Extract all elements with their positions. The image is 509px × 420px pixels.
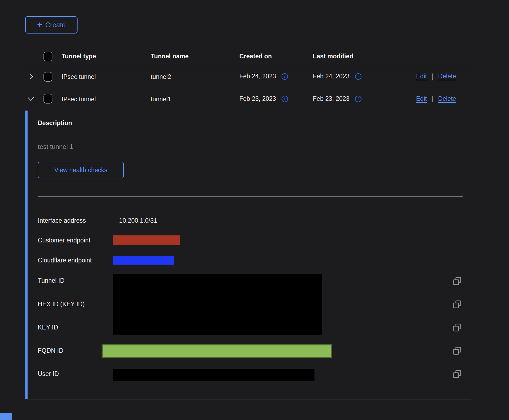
view-health-checks-button[interactable]: View health checks xyxy=(38,162,124,178)
cloudflare-endpoint-redaction xyxy=(113,256,174,265)
copy-fqdn-id-icon[interactable] xyxy=(453,346,461,355)
last-modified-cell: Feb 24, 2023 i xyxy=(313,73,361,80)
ipsec-tunnels-page: + Create Tunnel type Tunnel name Created… xyxy=(0,0,509,420)
description-label: Description xyxy=(38,119,72,127)
column-header-tunnel-name: Tunnel name xyxy=(151,53,189,60)
key-id-label: KEY ID xyxy=(38,324,58,331)
table-bottom-divider xyxy=(25,399,471,399)
table-row: IPsec tunnel tunnel2 Feb 24, 2023 i Feb … xyxy=(0,66,509,88)
edit-link[interactable]: Edit xyxy=(416,95,427,102)
delete-link[interactable]: Delete xyxy=(438,95,456,102)
interface-address-value: 10.200.1.0/31 xyxy=(119,217,157,224)
copy-key-id-icon[interactable] xyxy=(453,323,461,332)
user-id-redaction xyxy=(113,369,314,381)
created-on-cell: Feb 24, 2023 i xyxy=(239,73,288,80)
last-modified-cell: Feb 23, 2023 i xyxy=(313,95,361,102)
create-button[interactable]: + Create xyxy=(25,16,78,34)
edit-link[interactable]: Edit xyxy=(416,73,427,80)
tunnel-type-cell: IPsec tunnel xyxy=(62,73,96,81)
chevron-down-icon[interactable] xyxy=(27,96,35,102)
fqdn-id-redaction xyxy=(102,344,332,358)
user-id-label: User ID xyxy=(38,370,59,378)
hex-id-label: HEX ID (KEY ID) xyxy=(38,301,85,308)
info-icon[interactable]: i xyxy=(282,96,288,102)
interface-address-label: Interface address xyxy=(38,217,86,224)
last-modified-date: Feb 24, 2023 xyxy=(313,73,350,80)
bottom-left-accent-bar xyxy=(0,413,12,420)
info-icon[interactable]: i xyxy=(282,73,288,80)
chevron-right-icon[interactable] xyxy=(28,73,35,80)
copy-hex-id-icon[interactable] xyxy=(453,300,461,309)
customer-endpoint-redaction xyxy=(113,235,180,245)
created-on-cell: Feb 23, 2023 i xyxy=(239,95,288,102)
cloudflare-endpoint-label: Cloudflare endpoint xyxy=(38,257,92,264)
table-row: IPsec tunnel tunnel1 Feb 23, 2023 i Feb … xyxy=(0,88,509,111)
last-modified-date: Feb 23, 2023 xyxy=(313,95,350,102)
create-button-label: Create xyxy=(45,21,66,29)
copy-user-id-icon[interactable] xyxy=(453,370,461,378)
section-divider xyxy=(38,196,463,196)
action-separator: | xyxy=(432,95,433,102)
description-text: test tunnel 1 xyxy=(38,143,73,151)
action-separator: | xyxy=(432,73,433,80)
fqdn-id-label: FQDN ID xyxy=(38,347,63,354)
delete-link[interactable]: Delete xyxy=(438,73,456,80)
row-actions: Edit | Delete xyxy=(416,73,456,80)
column-header-tunnel-type: Tunnel type xyxy=(62,53,96,60)
created-on-date: Feb 24, 2023 xyxy=(239,73,276,80)
ids-redaction xyxy=(113,274,322,335)
plus-icon: + xyxy=(37,20,42,29)
created-on-date: Feb 23, 2023 xyxy=(239,95,276,102)
expanded-tunnel-detail-panel: Description test tunnel 1 View health ch… xyxy=(25,111,471,399)
row-checkbox[interactable] xyxy=(43,94,52,104)
customer-endpoint-label: Customer endpoint xyxy=(38,237,90,244)
column-header-created-on: Created on xyxy=(239,53,272,60)
tunnel-id-label: Tunnel ID xyxy=(38,277,65,284)
info-icon[interactable]: i xyxy=(355,73,361,80)
select-all-checkbox[interactable] xyxy=(43,52,52,61)
info-icon[interactable]: i xyxy=(355,96,361,102)
tunnel-name-cell: tunnel1 xyxy=(151,96,171,103)
tunnel-type-cell: IPsec tunnel xyxy=(62,96,96,103)
row-checkbox[interactable] xyxy=(43,72,52,82)
row-actions: Edit | Delete xyxy=(416,95,456,102)
copy-tunnel-id-icon[interactable] xyxy=(453,277,461,285)
tunnel-name-cell: tunnel2 xyxy=(151,73,171,81)
table-header-row: Tunnel type Tunnel name Created on Last … xyxy=(0,48,509,66)
column-header-last-modified: Last modified xyxy=(313,53,353,60)
